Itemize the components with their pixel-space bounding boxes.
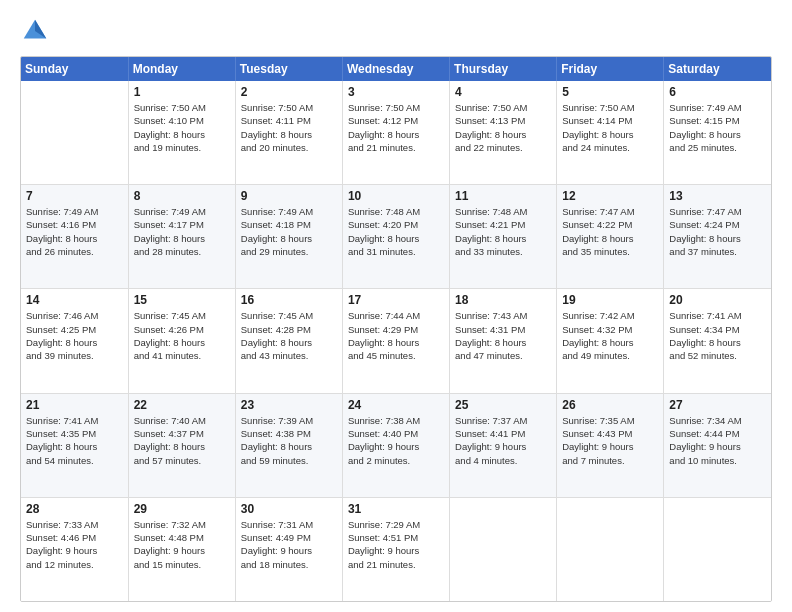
calendar-cell: 16Sunrise: 7:45 AMSunset: 4:28 PMDayligh… xyxy=(235,289,342,393)
day-header-sunday: Sunday xyxy=(21,57,128,81)
calendar-cell: 15Sunrise: 7:45 AMSunset: 4:26 PMDayligh… xyxy=(128,289,235,393)
calendar-cell: 17Sunrise: 7:44 AMSunset: 4:29 PMDayligh… xyxy=(342,289,449,393)
calendar-cell: 25Sunrise: 7:37 AMSunset: 4:41 PMDayligh… xyxy=(450,393,557,497)
day-number: 21 xyxy=(26,398,123,412)
day-info: Sunrise: 7:38 AMSunset: 4:40 PMDaylight:… xyxy=(348,414,444,467)
calendar-cell: 11Sunrise: 7:48 AMSunset: 4:21 PMDayligh… xyxy=(450,185,557,289)
day-number: 17 xyxy=(348,293,444,307)
calendar-cell: 1Sunrise: 7:50 AMSunset: 4:10 PMDaylight… xyxy=(128,81,235,185)
day-number: 14 xyxy=(26,293,123,307)
day-header-friday: Friday xyxy=(557,57,664,81)
day-info: Sunrise: 7:49 AMSunset: 4:15 PMDaylight:… xyxy=(669,101,766,154)
calendar-cell: 5Sunrise: 7:50 AMSunset: 4:14 PMDaylight… xyxy=(557,81,664,185)
day-number: 18 xyxy=(455,293,551,307)
day-info: Sunrise: 7:41 AMSunset: 4:35 PMDaylight:… xyxy=(26,414,123,467)
day-info: Sunrise: 7:37 AMSunset: 4:41 PMDaylight:… xyxy=(455,414,551,467)
calendar-cell: 6Sunrise: 7:49 AMSunset: 4:15 PMDaylight… xyxy=(664,81,771,185)
day-header-tuesday: Tuesday xyxy=(235,57,342,81)
header xyxy=(20,16,772,46)
day-number: 29 xyxy=(134,502,230,516)
logo xyxy=(20,16,54,46)
week-row-2: 7Sunrise: 7:49 AMSunset: 4:16 PMDaylight… xyxy=(21,185,771,289)
day-info: Sunrise: 7:48 AMSunset: 4:21 PMDaylight:… xyxy=(455,205,551,258)
calendar-cell xyxy=(557,497,664,601)
day-info: Sunrise: 7:43 AMSunset: 4:31 PMDaylight:… xyxy=(455,309,551,362)
calendar-cell: 31Sunrise: 7:29 AMSunset: 4:51 PMDayligh… xyxy=(342,497,449,601)
day-number: 26 xyxy=(562,398,658,412)
calendar-cell xyxy=(664,497,771,601)
day-info: Sunrise: 7:48 AMSunset: 4:20 PMDaylight:… xyxy=(348,205,444,258)
day-header-monday: Monday xyxy=(128,57,235,81)
day-info: Sunrise: 7:33 AMSunset: 4:46 PMDaylight:… xyxy=(26,518,123,571)
calendar-cell: 2Sunrise: 7:50 AMSunset: 4:11 PMDaylight… xyxy=(235,81,342,185)
calendar-cell: 14Sunrise: 7:46 AMSunset: 4:25 PMDayligh… xyxy=(21,289,128,393)
day-info: Sunrise: 7:49 AMSunset: 4:16 PMDaylight:… xyxy=(26,205,123,258)
day-number: 30 xyxy=(241,502,337,516)
day-info: Sunrise: 7:40 AMSunset: 4:37 PMDaylight:… xyxy=(134,414,230,467)
day-info: Sunrise: 7:50 AMSunset: 4:12 PMDaylight:… xyxy=(348,101,444,154)
day-number: 20 xyxy=(669,293,766,307)
day-number: 4 xyxy=(455,85,551,99)
calendar-cell xyxy=(21,81,128,185)
day-header-saturday: Saturday xyxy=(664,57,771,81)
day-info: Sunrise: 7:50 AMSunset: 4:14 PMDaylight:… xyxy=(562,101,658,154)
day-number: 27 xyxy=(669,398,766,412)
calendar-cell: 23Sunrise: 7:39 AMSunset: 4:38 PMDayligh… xyxy=(235,393,342,497)
week-row-1: 1Sunrise: 7:50 AMSunset: 4:10 PMDaylight… xyxy=(21,81,771,185)
day-info: Sunrise: 7:45 AMSunset: 4:28 PMDaylight:… xyxy=(241,309,337,362)
calendar-cell: 29Sunrise: 7:32 AMSunset: 4:48 PMDayligh… xyxy=(128,497,235,601)
calendar-cell: 9Sunrise: 7:49 AMSunset: 4:18 PMDaylight… xyxy=(235,185,342,289)
calendar-cell: 3Sunrise: 7:50 AMSunset: 4:12 PMDaylight… xyxy=(342,81,449,185)
day-header-wednesday: Wednesday xyxy=(342,57,449,81)
day-info: Sunrise: 7:50 AMSunset: 4:13 PMDaylight:… xyxy=(455,101,551,154)
calendar-cell: 26Sunrise: 7:35 AMSunset: 4:43 PMDayligh… xyxy=(557,393,664,497)
day-info: Sunrise: 7:47 AMSunset: 4:22 PMDaylight:… xyxy=(562,205,658,258)
day-info: Sunrise: 7:44 AMSunset: 4:29 PMDaylight:… xyxy=(348,309,444,362)
day-header-row: SundayMondayTuesdayWednesdayThursdayFrid… xyxy=(21,57,771,81)
day-info: Sunrise: 7:47 AMSunset: 4:24 PMDaylight:… xyxy=(669,205,766,258)
logo-icon xyxy=(20,16,50,46)
day-info: Sunrise: 7:31 AMSunset: 4:49 PMDaylight:… xyxy=(241,518,337,571)
day-number: 25 xyxy=(455,398,551,412)
calendar-cell: 20Sunrise: 7:41 AMSunset: 4:34 PMDayligh… xyxy=(664,289,771,393)
day-number: 8 xyxy=(134,189,230,203)
day-info: Sunrise: 7:32 AMSunset: 4:48 PMDaylight:… xyxy=(134,518,230,571)
calendar-cell: 22Sunrise: 7:40 AMSunset: 4:37 PMDayligh… xyxy=(128,393,235,497)
day-info: Sunrise: 7:35 AMSunset: 4:43 PMDaylight:… xyxy=(562,414,658,467)
day-number: 31 xyxy=(348,502,444,516)
calendar-cell: 27Sunrise: 7:34 AMSunset: 4:44 PMDayligh… xyxy=(664,393,771,497)
day-number: 22 xyxy=(134,398,230,412)
day-info: Sunrise: 7:46 AMSunset: 4:25 PMDaylight:… xyxy=(26,309,123,362)
day-info: Sunrise: 7:50 AMSunset: 4:10 PMDaylight:… xyxy=(134,101,230,154)
day-header-thursday: Thursday xyxy=(450,57,557,81)
calendar-cell: 10Sunrise: 7:48 AMSunset: 4:20 PMDayligh… xyxy=(342,185,449,289)
calendar-cell: 21Sunrise: 7:41 AMSunset: 4:35 PMDayligh… xyxy=(21,393,128,497)
day-number: 12 xyxy=(562,189,658,203)
week-row-3: 14Sunrise: 7:46 AMSunset: 4:25 PMDayligh… xyxy=(21,289,771,393)
day-number: 5 xyxy=(562,85,658,99)
calendar-cell: 24Sunrise: 7:38 AMSunset: 4:40 PMDayligh… xyxy=(342,393,449,497)
calendar-cell xyxy=(450,497,557,601)
calendar-cell: 13Sunrise: 7:47 AMSunset: 4:24 PMDayligh… xyxy=(664,185,771,289)
day-number: 9 xyxy=(241,189,337,203)
day-number: 28 xyxy=(26,502,123,516)
day-number: 15 xyxy=(134,293,230,307)
calendar-cell: 8Sunrise: 7:49 AMSunset: 4:17 PMDaylight… xyxy=(128,185,235,289)
day-number: 7 xyxy=(26,189,123,203)
day-info: Sunrise: 7:42 AMSunset: 4:32 PMDaylight:… xyxy=(562,309,658,362)
day-info: Sunrise: 7:50 AMSunset: 4:11 PMDaylight:… xyxy=(241,101,337,154)
day-info: Sunrise: 7:49 AMSunset: 4:17 PMDaylight:… xyxy=(134,205,230,258)
day-number: 13 xyxy=(669,189,766,203)
calendar-cell: 12Sunrise: 7:47 AMSunset: 4:22 PMDayligh… xyxy=(557,185,664,289)
day-number: 6 xyxy=(669,85,766,99)
week-row-4: 21Sunrise: 7:41 AMSunset: 4:35 PMDayligh… xyxy=(21,393,771,497)
day-info: Sunrise: 7:34 AMSunset: 4:44 PMDaylight:… xyxy=(669,414,766,467)
calendar-cell: 7Sunrise: 7:49 AMSunset: 4:16 PMDaylight… xyxy=(21,185,128,289)
day-info: Sunrise: 7:29 AMSunset: 4:51 PMDaylight:… xyxy=(348,518,444,571)
calendar-cell: 30Sunrise: 7:31 AMSunset: 4:49 PMDayligh… xyxy=(235,497,342,601)
day-number: 16 xyxy=(241,293,337,307)
calendar-cell: 18Sunrise: 7:43 AMSunset: 4:31 PMDayligh… xyxy=(450,289,557,393)
calendar-cell: 19Sunrise: 7:42 AMSunset: 4:32 PMDayligh… xyxy=(557,289,664,393)
day-info: Sunrise: 7:39 AMSunset: 4:38 PMDaylight:… xyxy=(241,414,337,467)
day-number: 10 xyxy=(348,189,444,203)
